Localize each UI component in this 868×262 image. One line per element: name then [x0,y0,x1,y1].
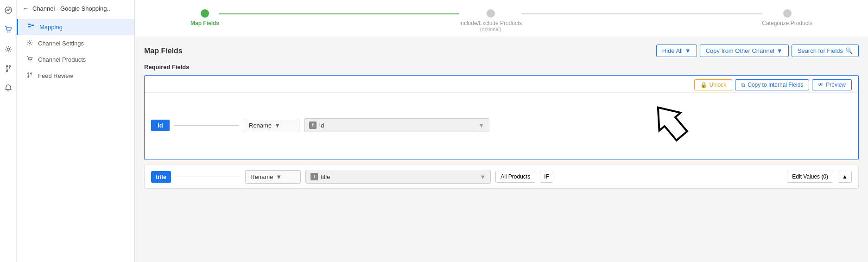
svg-point-16 [31,73,32,74]
copy-from-channel-button[interactable]: Copy from Other Channel ▼ [700,45,789,57]
copy-icon: ⧉ [741,82,745,88]
mapping-icon [27,23,35,31]
id-field-row: id Rename ▼ f id ▼ [145,93,858,160]
sidebar-item-mapping[interactable]: Mapping [17,19,134,35]
sidebar-header[interactable]: ← Channel - Google Shopping... [17,0,134,17]
svg-marker-18 [647,98,692,145]
title-field-card: title Rename ▼ f title ▼ All Products IF [144,165,859,189]
icon-rail [0,0,17,262]
svg-point-2 [9,32,10,32]
svg-line-10 [31,25,32,26]
unlock-button[interactable]: 🔒 Unlock [694,79,733,90]
preview-button[interactable]: 👁 Preview [812,79,852,90]
sidebar-item-channel-products-label: Channel Products [38,56,86,63]
analytics-icon[interactable] [3,5,14,16]
bell-icon[interactable] [3,83,14,94]
sidebar-item-feed-review-label: Feed Review [38,72,73,79]
sidebar-item-mapping-label: Mapping [39,24,63,31]
arrow-annotation-area [494,97,852,153]
step-map-fields: Map Fields [190,9,219,26]
eye-icon: 👁 [818,82,824,88]
channel-products-icon [26,56,33,64]
sidebar: ← Channel - Google Shopping... Mapping C… [17,0,135,262]
field-connector-line [174,125,239,126]
required-fields-label: Required Fields [144,64,859,70]
id-badge: id [151,120,170,131]
map-fields-title: Map Fields [144,47,183,55]
id-field-card: 🔒 Unlock ⧉ Copy to Internal Fields 👁 Pre… [144,75,859,160]
title-f-icon: f [310,173,318,180]
copy-to-internal-button[interactable]: ⧉ Copy to Internal Fields [735,79,809,90]
step-include-exclude-sublabel: (optional) [480,26,501,32]
svg-point-14 [31,61,32,62]
all-products-button[interactable]: All Products [495,171,535,183]
step-categorize-label: Categorize Products [762,20,812,26]
title-connector-line [176,177,241,177]
sidebar-title: Channel - Google Shopping... [32,5,112,12]
lock-icon: 🔒 [700,82,707,88]
svg-point-6 [6,70,7,72]
if-button[interactable]: IF [540,171,553,183]
id-rename-select[interactable]: Rename ▼ [244,119,299,132]
sidebar-nav: Mapping Channel Settings Channel Product… [17,17,134,84]
value-arrow-icon: ▼ [478,122,484,129]
title-value-arrow-icon: ▼ [480,173,486,180]
title-rename-arrow-icon: ▼ [276,173,282,180]
step-include-exclude-label: Include/Exclude Products [459,20,522,26]
sidebar-item-channel-products[interactable]: Channel Products [17,51,134,68]
edit-values-button[interactable]: Edit Values (0) [787,171,833,183]
gear-icon[interactable] [3,44,14,55]
copy-dropdown-arrow-icon: ▼ [777,47,783,54]
sidebar-item-feed-review[interactable]: Feed Review [17,68,134,84]
connector-1 [219,13,459,14]
map-fields-header: Map Fields Hide All ▼ Copy from Other Ch… [144,45,859,57]
channel-settings-icon [26,39,33,47]
cart-icon[interactable] [3,24,14,35]
back-icon[interactable]: ← [22,5,29,12]
title-field-row: title Rename ▼ f title ▼ All Products IF [145,165,858,188]
fork-icon[interactable] [3,63,14,74]
rename-arrow-icon: ▼ [274,122,280,129]
hide-all-button[interactable]: Hide All ▼ [656,45,697,57]
step-include-exclude: Include/Exclude Products (optional) [459,9,522,32]
header-buttons: Hide All ▼ Copy from Other Channel ▼ Sea… [656,45,859,57]
svg-line-11 [31,26,32,27]
svg-point-15 [28,73,29,74]
svg-point-5 [9,66,10,67]
title-rename-select[interactable]: Rename ▼ [245,170,301,184]
svg-point-13 [29,61,30,62]
svg-point-17 [28,77,29,77]
f-icon: f [309,121,317,129]
id-field-card-actions: 🔒 Unlock ⧉ Copy to Internal Fields 👁 Pre… [145,76,858,93]
svg-rect-9 [32,25,34,26]
sidebar-item-channel-settings[interactable]: Channel Settings [17,35,134,51]
svg-rect-8 [28,26,31,27]
map-fields-section: Map Fields Hide All ▼ Copy from Other Ch… [135,37,868,201]
svg-point-1 [7,32,8,32]
main-content: Map Fields Include/Exclude Products (opt… [135,0,868,262]
up-arrow-icon: ▲ [842,173,848,180]
svg-point-3 [7,48,9,51]
svg-point-4 [6,66,7,67]
sidebar-item-channel-settings-label: Channel Settings [38,40,84,47]
search-icon: 🔍 [845,47,853,54]
step-categorize: Categorize Products [762,9,812,26]
id-value-select[interactable]: f id ▼ [304,118,489,132]
dropdown-arrow-icon: ▼ [685,47,691,54]
progress-area: Map Fields Include/Exclude Products (opt… [135,0,868,37]
arrow-annotation [636,97,710,153]
search-for-fields-button[interactable]: Search for Fields 🔍 [792,45,859,57]
svg-rect-7 [28,24,31,25]
expand-button[interactable]: ▲ [838,171,852,183]
title-value-select[interactable]: f title ▼ [305,170,491,184]
step-map-fields-label: Map Fields [190,20,219,26]
connector-2 [522,13,762,14]
feed-review-icon [26,72,33,80]
title-badge: title [151,171,171,183]
svg-point-12 [29,42,31,44]
